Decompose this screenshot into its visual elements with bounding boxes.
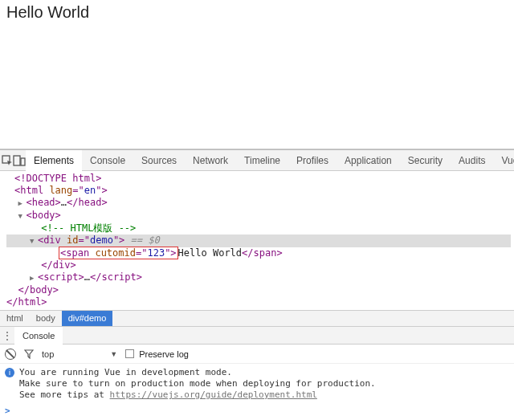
crumb-body[interactable]: body bbox=[30, 311, 62, 326]
console-info-message[interactable]: i You are running Vue in development mod… bbox=[5, 367, 509, 401]
chevron-down-icon: ▼ bbox=[110, 350, 117, 358]
dom-doctype[interactable]: <!DOCTYPE html> bbox=[6, 173, 511, 185]
tab-profiles[interactable]: Profiles bbox=[288, 150, 337, 171]
devtools-panel: Elements Console Sources Network Timelin… bbox=[0, 149, 514, 420]
dom-html-open[interactable]: <html lang="en"> bbox=[6, 185, 511, 197]
elements-dom-tree[interactable]: <!DOCTYPE html> <html lang="en"> <head>…… bbox=[0, 171, 514, 310]
disclosure-arrow-icon[interactable] bbox=[30, 234, 38, 247]
page-heading: Hello World bbox=[6, 3, 508, 22]
rendered-page: Hello World bbox=[0, 0, 514, 149]
dom-head[interactable]: <head>…</head> bbox=[6, 197, 511, 210]
context-selector[interactable]: top ▼ bbox=[42, 349, 117, 359]
tab-audits[interactable]: Audits bbox=[451, 150, 493, 171]
disclosure-arrow-icon[interactable] bbox=[18, 197, 26, 210]
console-drawer: ⋮ Console top ▼ Preserve log i bbox=[0, 326, 514, 420]
tab-application[interactable]: Application bbox=[337, 150, 400, 171]
console-drawer-header: ⋮ Console bbox=[0, 327, 514, 345]
disclosure-arrow-icon[interactable] bbox=[30, 271, 38, 284]
dom-comment[interactable]: <!-- HTML模版 --> bbox=[6, 222, 511, 234]
svg-rect-1 bbox=[14, 156, 20, 165]
crumb-html[interactable]: html bbox=[0, 311, 30, 326]
tab-vue[interactable]: Vue bbox=[493, 150, 514, 171]
console-output: i You are running Vue in development mod… bbox=[0, 364, 514, 420]
tab-console[interactable]: Console bbox=[82, 150, 133, 171]
dom-body-open[interactable]: <body> bbox=[6, 210, 511, 222]
disclosure-arrow-icon[interactable] bbox=[18, 210, 26, 222]
info-icon: i bbox=[5, 368, 14, 377]
inspect-element-icon[interactable] bbox=[2, 150, 13, 171]
device-toolbar-icon[interactable] bbox=[13, 150, 26, 171]
console-prompt[interactable]: > bbox=[5, 406, 509, 417]
deployment-guide-link[interactable]: https://vuejs.org/guide/deployment.html bbox=[110, 389, 317, 400]
app-window: Hello World Elements Console Sources Net… bbox=[0, 0, 514, 420]
tab-timeline[interactable]: Timeline bbox=[236, 150, 288, 171]
drawer-tab-console[interactable]: Console bbox=[14, 327, 63, 345]
preserve-log-checkbox[interactable]: Preserve log bbox=[125, 349, 189, 359]
dom-div-close[interactable]: </div> bbox=[6, 259, 511, 271]
checkbox-icon bbox=[125, 349, 134, 358]
dom-span-hello[interactable]: <span cutomid="123">Hello World</span> bbox=[6, 247, 511, 259]
tab-sources[interactable]: Sources bbox=[133, 150, 185, 171]
dom-div-demo[interactable]: <div id="demo"> == $0 bbox=[6, 234, 511, 247]
console-toolbar: top ▼ Preserve log bbox=[0, 345, 514, 364]
tab-elements[interactable]: Elements bbox=[26, 150, 82, 171]
crumb-div-demo[interactable]: div#demo bbox=[62, 311, 113, 326]
tab-network[interactable]: Network bbox=[185, 150, 236, 171]
filter-icon[interactable] bbox=[24, 349, 34, 359]
svg-rect-2 bbox=[21, 158, 25, 165]
elements-breadcrumb: html body div#demo bbox=[0, 310, 514, 326]
tab-security[interactable]: Security bbox=[400, 150, 451, 171]
drawer-menu-icon[interactable]: ⋮ bbox=[0, 330, 14, 341]
dom-body-close[interactable]: </body> bbox=[6, 284, 511, 296]
devtools-tab-bar: Elements Console Sources Network Timelin… bbox=[0, 150, 514, 171]
clear-console-icon[interactable] bbox=[5, 349, 16, 360]
dom-html-close[interactable]: </html> bbox=[6, 296, 511, 308]
dom-script[interactable]: <script>…</script> bbox=[6, 271, 511, 284]
